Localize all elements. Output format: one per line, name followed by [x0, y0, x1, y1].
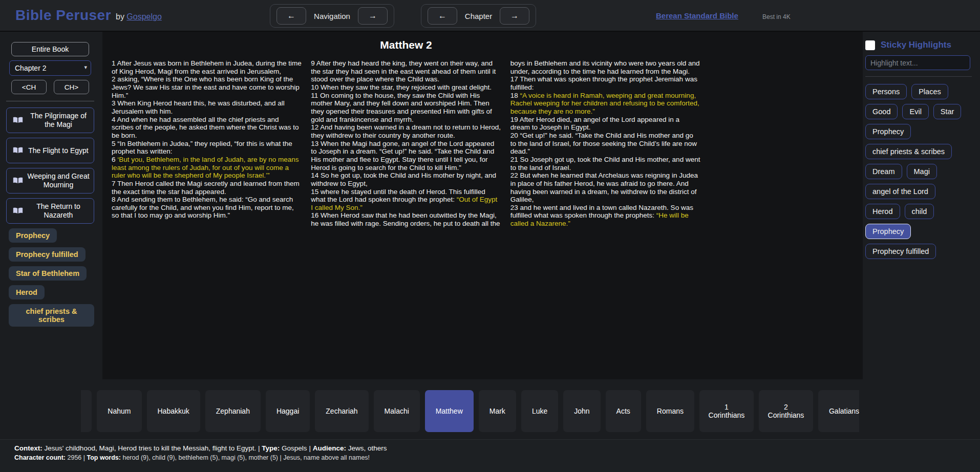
book-tab-galatians[interactable]: Galatians	[818, 390, 859, 432]
book-tab-matthew[interactable]: Matthew	[425, 390, 474, 432]
scripture-segment: “In Bethlehem in Judea,” they replied, “…	[112, 140, 292, 156]
verse-number: 18	[510, 92, 520, 99]
left-tag-list: ProphecyProphecy fulfilledStar of Bethle…	[6, 228, 94, 327]
gospelgo-link[interactable]: Gospelgo	[126, 12, 162, 21]
story-label: Weeping and Great Mourning	[26, 172, 91, 189]
verse-number: 10	[311, 83, 321, 91]
navigation-group: ← Navigation →	[270, 4, 394, 28]
chapter-forward-button[interactable]: →	[500, 7, 529, 25]
topic-tag[interactable]: Prophecy fulfilled	[9, 247, 86, 262]
footer-field-label: Audience:	[313, 444, 346, 452]
verse-10: 10 When they saw the star, they rejoiced…	[311, 83, 501, 92]
scripture-segment: So he got up, took the Child and His mot…	[311, 171, 496, 187]
chapter-select[interactable]: Chapter 2	[9, 60, 91, 76]
sticky-highlights-label: Sticky Highlights	[881, 40, 951, 50]
verse-9: 9 After they had heard the king, they we…	[311, 59, 501, 83]
verse-12: 12 And having been warned in a dream not…	[311, 123, 501, 139]
verse-number: 7	[112, 180, 117, 187]
verse-23: 23 and he went and lived in a town calle…	[510, 204, 700, 228]
book-tab-luke[interactable]: Luke	[521, 390, 558, 432]
sidebar-divider	[6, 101, 94, 101]
highlight-tag[interactable]: Prophecy fulfilled	[865, 244, 936, 259]
right-arrow-icon: →	[510, 11, 519, 20]
book-tab-acts[interactable]: Acts	[606, 390, 641, 432]
verse-1: 1 After Jesus was born in Bethlehem in J…	[112, 59, 302, 75]
highlight-tag[interactable]: Dream	[865, 164, 902, 179]
highlighted-scripture: ‘But you, Bethlehem, in the land of Juda…	[112, 156, 299, 179]
sticky-highlights-checkbox[interactable]	[865, 40, 875, 50]
verse-2: 2 asking, “Where is the One who has been…	[112, 75, 302, 99]
scripture-segment: Then what was spoken through the prophet…	[510, 75, 697, 91]
book-tab-2-corinthians[interactable]: 2 Corinthians	[759, 390, 813, 432]
next-chapter-button[interactable]: CH>	[54, 80, 89, 94]
story-list: The Pilgrimage of the MagiThe Flight to …	[6, 108, 94, 224]
footer-field-label: Character count:	[14, 454, 66, 461]
chapter-back-button[interactable]: ←	[428, 7, 457, 25]
highlight-text-input[interactable]	[865, 55, 970, 70]
verse-number: 5	[112, 140, 117, 147]
book-tab-1-corinthians[interactable]: 1 Corinthians	[699, 390, 754, 432]
best-in-4k-tagline: Best in 4K	[762, 13, 791, 20]
story-button[interactable]: The Pilgrimage of the Magi	[6, 108, 94, 133]
highlight-tag[interactable]: Prophecy	[865, 124, 911, 139]
book-tab-malachi[interactable]: Malachi	[374, 390, 420, 432]
scripture-segment: Then Herod called the Magi secretly and …	[112, 180, 300, 196]
highlight-tag[interactable]: Herod	[865, 204, 900, 219]
scripture-segment: When they saw the star, they rejoiced wi…	[321, 83, 492, 91]
verse-number: 19	[510, 116, 520, 123]
story-button[interactable]: The Return to Nazareth	[6, 198, 94, 224]
story-button[interactable]: Weeping and Great Mourning	[6, 168, 94, 194]
app-title: Bible Peruser	[15, 7, 111, 24]
verse-22: 22 But when he learned that Archelaus wa…	[510, 171, 700, 204]
book-tab-romans[interactable]: Romans	[646, 390, 694, 432]
navigation-forward-button[interactable]: →	[358, 7, 388, 25]
verse-11: 11 On coming to the house, they saw the …	[311, 92, 501, 124]
book-tab-zephaniah[interactable]: Zephaniah	[205, 390, 261, 432]
highlight-tag[interactable]: Persons	[865, 84, 907, 99]
scripture-segment: When King Herod heard this, he was distu…	[112, 99, 285, 115]
highlight-tag[interactable]: Star	[933, 104, 962, 119]
book-tab-micah[interactable]: Micah	[81, 390, 92, 432]
highlight-tag[interactable]: Good	[865, 104, 898, 119]
highlight-tag[interactable]: Places	[911, 84, 948, 99]
chapter-group: ← Chapter →	[421, 4, 536, 28]
verse-17: 17 Then what was spoken through the prop…	[510, 75, 700, 91]
topic-tag[interactable]: Prophecy	[9, 228, 57, 243]
footer-field-label: Type:	[262, 444, 280, 452]
verse-21: 21 So Joseph got up, took the Child and …	[510, 156, 700, 171]
entire-book-button[interactable]: Entire Book	[11, 42, 89, 56]
scripture-segment: But when he learned that Archelaus was r…	[510, 171, 698, 203]
topic-tag[interactable]: Star of Bethlehem	[9, 266, 87, 281]
book-tab-nahum[interactable]: Nahum	[97, 390, 141, 432]
right-sidebar: Sticky Highlights PersonsPlacesGoodEvilS…	[865, 40, 975, 259]
highlight-tag-active[interactable]: Prophecy	[865, 224, 911, 239]
highlight-tag[interactable]: chief priests & scribes	[865, 144, 952, 159]
highlight-tag[interactable]: child	[905, 204, 934, 219]
book-tab-haggai[interactable]: Haggai	[266, 390, 310, 432]
scripture-segment: On coming to the house, they saw the Chi…	[311, 92, 492, 123]
highlight-tag[interactable]: Magi	[907, 164, 937, 179]
book-tab-zechariah[interactable]: Zechariah	[315, 390, 368, 432]
navigation-label: Navigation	[313, 12, 351, 20]
verse-5: 5 “In Bethlehem in Judea,” they replied,…	[112, 140, 302, 156]
chapter-label: Chapter	[464, 12, 493, 20]
prev-chapter-button[interactable]: <CH	[11, 80, 47, 94]
story-button[interactable]: The Flight to Egypt	[6, 138, 94, 163]
verse-number: 23	[510, 204, 520, 211]
book-tab-mark[interactable]: Mark	[479, 390, 516, 432]
footer-field-label: Top words:	[87, 454, 121, 461]
navigation-back-button[interactable]: ←	[276, 7, 306, 25]
bible-version-link[interactable]: Berean Standard Bible	[656, 11, 738, 20]
chapter-select-wrap: Chapter 2 ▾	[9, 60, 91, 76]
highlight-tag[interactable]: angel of the Lord	[865, 184, 935, 199]
scripture-segment: So Joseph got up, took the Child and His…	[510, 156, 700, 171]
story-label: The Flight to Egypt	[26, 146, 91, 155]
verse-14: 14 So he got up, took the Child and His …	[311, 171, 501, 187]
open-book-icon	[13, 117, 23, 124]
verse-4: 4 And when he had assembled all the chie…	[112, 116, 302, 140]
book-tab-habakkuk[interactable]: Habakkuk	[147, 390, 200, 432]
book-tab-john[interactable]: John	[563, 390, 600, 432]
topic-tag[interactable]: Herod	[9, 285, 45, 299]
highlight-tag[interactable]: Evil	[902, 104, 928, 119]
topic-tag[interactable]: chief priests & scribes	[9, 304, 94, 327]
